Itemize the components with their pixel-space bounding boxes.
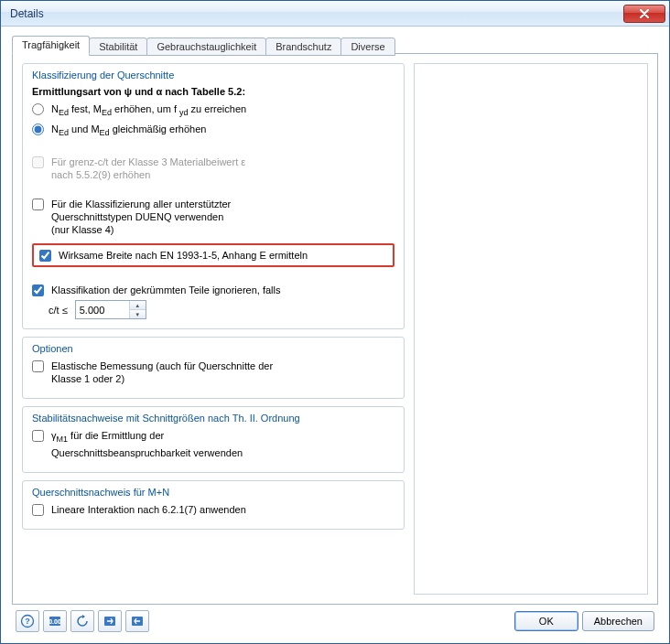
- chk-grenz-label: Für grenz-c/t der Klasse 3 Materialbeiwe…: [51, 156, 245, 181]
- ct-spin-buttons: ▲ ▼: [129, 301, 146, 318]
- tab-stabilitaet[interactable]: Stabilität: [89, 38, 147, 56]
- details-dialog: Details Tragfähigkeit Stabilität Gebrauc…: [0, 0, 670, 644]
- ct-spinner: ▲ ▼: [75, 300, 146, 319]
- radio-ned-med-label: NEd und MEd gleichmäßig erhöhen: [51, 123, 206, 139]
- subtitle: Ermittlungsart von ψ und α nach Tabelle …: [32, 86, 394, 97]
- chk-grenz: [32, 156, 44, 168]
- content-area: Tragfähigkeit Stabilität Gebrauchstaugli…: [1, 27, 669, 643]
- chk-duenq[interactable]: [32, 199, 44, 210]
- chk-wirksame-breite[interactable]: [39, 250, 51, 262]
- group-optionen: Optionen Elastische Bemessung (auch für …: [22, 337, 405, 399]
- left-column: Klassifizierung der Querschnitte Ermittl…: [22, 63, 405, 595]
- group-title: Optionen: [32, 343, 394, 354]
- svg-text:0.00: 0.00: [49, 618, 61, 625]
- chk-row-gamma-m1: γM1 für die Ermittlung der Querschnittsb…: [32, 429, 394, 458]
- ct-row: c/t ≤ ▲ ▼: [49, 300, 394, 319]
- chk-row-curved: Klassifikation der gekrümmten Teile igno…: [32, 284, 394, 296]
- close-button[interactable]: [623, 5, 665, 23]
- group-title: Stabilitätsnachweise mit Schnittgrößen n…: [32, 413, 394, 424]
- radio-ned-fest-label: NEd fest, MEd erhöhen, um f yd zu erreic…: [51, 102, 246, 119]
- ct-spin-up[interactable]: ▲: [130, 301, 146, 310]
- toolbtn-open[interactable]: [98, 610, 122, 632]
- titlebar: Details: [1, 1, 669, 27]
- chk-elastische[interactable]: [32, 360, 44, 372]
- toolbtn-reset[interactable]: [70, 610, 94, 632]
- chk-wirksame-breite-label: Wirksame Breite nach EN 1993-1-5, Anhang…: [59, 249, 308, 262]
- close-icon: [639, 9, 650, 18]
- ok-button[interactable]: OK: [514, 611, 578, 631]
- chk-lineare-label: Lineare Interaktion nach 6.2.1(7) anwend…: [51, 503, 246, 516]
- group-stabilitaet: Stabilitätsnachweise mit Schnittgrößen n…: [22, 406, 405, 472]
- chk-row-lineare: Lineare Interaktion nach 6.2.1(7) anwend…: [32, 503, 394, 516]
- chk-row-grenz: Für grenz-c/t der Klasse 3 Materialbeiwe…: [32, 156, 394, 181]
- chk-duenq-label: Für die Klassifizierung aller unterstütz…: [51, 198, 231, 236]
- toolbtn-save[interactable]: [125, 610, 149, 632]
- group-klassifizierung: Klassifizierung der Querschnitte Ermittl…: [22, 63, 405, 329]
- preview-panel: [414, 63, 648, 595]
- chk-gamma-m1[interactable]: [32, 430, 44, 442]
- chk-curved-label: Klassifikation der gekrümmten Teile igno…: [51, 284, 280, 296]
- tab-gebrauchstauglichkeit[interactable]: Gebrauchstauglichkeit: [146, 38, 266, 56]
- chk-elastische-label: Elastische Bemessung (auch für Querschni…: [51, 360, 273, 385]
- tab-page: Klassifizierung der Querschnitte Ermittl…: [12, 53, 658, 605]
- save-icon: [130, 614, 145, 628]
- chk-row-wirksame-breite: Wirksame Breite nach EN 1993-1-5, Anhang…: [39, 249, 387, 262]
- units-icon: 0.00: [48, 614, 62, 628]
- tab-tragfaehigkeit[interactable]: Tragfähigkeit: [12, 36, 90, 54]
- cancel-button[interactable]: Abbrechen: [582, 611, 654, 631]
- ct-label: c/t ≤: [49, 305, 68, 316]
- chk-lineare[interactable]: [32, 504, 44, 516]
- tab-diverse[interactable]: Diverse: [340, 38, 394, 56]
- group-title: Querschnittsnachweis für M+N: [32, 487, 394, 498]
- tab-strip: Tragfähigkeit Stabilität Gebrauchstaugli…: [12, 36, 658, 54]
- chk-gamma-m1-label: γM1 für die Ermittlung der Querschnittsb…: [51, 429, 243, 458]
- chk-row-elastische: Elastische Bemessung (auch für Querschni…: [32, 360, 394, 385]
- button-bar: ? 0.00: [12, 605, 658, 636]
- ct-input[interactable]: [76, 301, 129, 318]
- help-icon: ?: [20, 614, 35, 628]
- window-title: Details: [10, 7, 623, 20]
- group-querschnitt-mn: Querschnittsnachweis für M+N Lineare Int…: [22, 480, 405, 530]
- chk-curved[interactable]: [32, 284, 44, 296]
- radio-ned-med[interactable]: [32, 123, 44, 135]
- radio-row-ned-fest: NEd fest, MEd erhöhen, um f yd zu erreic…: [32, 102, 394, 119]
- toolbtn-help[interactable]: ?: [16, 610, 39, 632]
- reset-icon: [75, 614, 90, 628]
- radio-ned-fest[interactable]: [32, 103, 44, 115]
- highlight-box: Wirksame Breite nach EN 1993-1-5, Anhang…: [32, 243, 394, 267]
- tab-brandschutz[interactable]: Brandschutz: [265, 38, 341, 56]
- radio-row-ned-med: NEd und MEd gleichmäßig erhöhen: [32, 123, 394, 139]
- group-title: Klassifizierung der Querschnitte: [32, 70, 394, 80]
- chk-row-duenq: Für die Klassifizierung aller unterstütz…: [32, 198, 394, 236]
- open-icon: [103, 614, 117, 628]
- svg-text:?: ?: [25, 617, 30, 626]
- toolbtn-units[interactable]: 0.00: [43, 610, 67, 632]
- ct-spin-down[interactable]: ▼: [130, 310, 146, 318]
